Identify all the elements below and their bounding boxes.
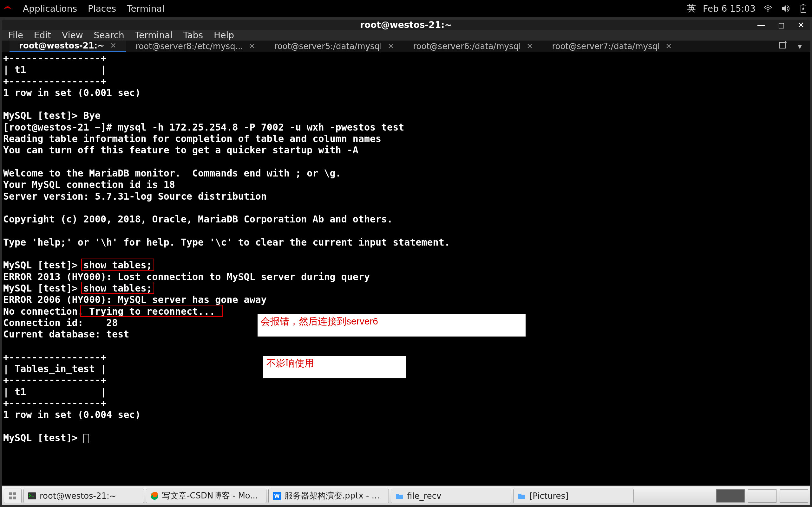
close-icon[interactable]: ✕ <box>388 42 394 51</box>
window-close-button[interactable]: ✕ <box>798 20 804 30</box>
firefox-icon <box>150 492 159 500</box>
terminal-line: Your MySQL connection id is 18 <box>3 179 809 190</box>
svg-point-0 <box>767 10 768 12</box>
terminal-line <box>3 202 809 214</box>
terminal-line: Type 'help;' or '\h' for help. Type '\c'… <box>3 237 809 248</box>
terminal-line <box>3 248 809 260</box>
terminal-line <box>3 99 809 110</box>
tab-server7[interactable]: root@server7:/data/mysql ✕ <box>542 41 681 52</box>
task-label: 写文章-CSDN博客 - Mo... <box>162 490 258 501</box>
terminal-line: | t1 | <box>3 386 809 398</box>
window-maximize-button[interactable]: ◻ <box>778 20 785 30</box>
terminal-line: 1 row in set (0.004 sec) <box>3 409 809 420</box>
task-filerecv[interactable]: file_recv <box>391 489 511 503</box>
terminal-line <box>3 340 809 351</box>
tab-westos21[interactable]: root@westos-21:~ ✕ <box>9 41 126 52</box>
task-wps[interactable]: W 服务器架构演变.pptx - ... <box>268 489 389 503</box>
close-icon[interactable]: ✕ <box>526 42 533 51</box>
window-title: root@westos-21:~ <box>360 20 452 30</box>
svg-rect-3 <box>779 43 786 48</box>
input-method-indicator[interactable]: 英 <box>687 3 696 14</box>
menu-search[interactable]: Search <box>94 30 124 41</box>
tab-server8[interactable]: root@server8:/etc/mysq... ✕ <box>126 41 264 52</box>
volume-icon[interactable] <box>780 5 791 12</box>
terminal-line: [root@westos-21 ~]# mysql -h 172.25.254.… <box>3 122 809 133</box>
terminal-line: Welcome to the MariaDB monitor. Commands… <box>3 168 809 179</box>
folder-icon <box>517 492 526 500</box>
task-label: file_recv <box>407 491 441 501</box>
terminal-line: | t1 | <box>3 64 809 75</box>
new-tab-button[interactable] <box>779 41 788 52</box>
tab-server5[interactable]: root@server5:/data/mysql ✕ <box>265 41 404 52</box>
tab-bar: root@westos-21:~ ✕ root@server8:/etc/mys… <box>2 41 810 52</box>
window-minimize-button[interactable]: — <box>757 20 765 30</box>
task-label: root@westos-21:~ <box>40 491 116 501</box>
menu-help[interactable]: Help <box>214 30 234 41</box>
task-label: 服务器架构演变.pptx - ... <box>285 490 380 501</box>
terminal-line: ERROR 2013 (HY000): Lost connection to M… <box>3 271 809 283</box>
tab-server6[interactable]: root@server6:/data/mysql ✕ <box>403 41 542 52</box>
terminal-line: Server version: 5.7.31-log Source distri… <box>3 191 809 202</box>
menu-view[interactable]: View <box>62 30 83 41</box>
workspace-2[interactable] <box>748 489 776 503</box>
redhat-logo-icon <box>3 4 12 13</box>
close-icon[interactable]: ✕ <box>110 41 116 50</box>
menu-edit[interactable]: Edit <box>34 30 51 41</box>
workspace-3[interactable] <box>780 489 808 503</box>
terminal-line <box>3 225 809 236</box>
annotation-1: 会报错，然后连接到server6 <box>258 314 525 337</box>
terminal-line: MySQL [test]> <box>3 432 809 444</box>
task-terminal[interactable]: root@westos-21:~ <box>23 489 144 503</box>
tab-label: root@server5:/data/mysql <box>274 42 382 51</box>
bottom-taskbar: root@westos-21:~ 写文章-CSDN博客 - Mo... W 服务… <box>2 486 810 505</box>
window-titlebar[interactable]: root@westos-21:~ — ◻ ✕ <box>2 20 810 30</box>
highlight-box-2 <box>81 282 154 294</box>
task-label: [Pictures] <box>529 491 568 501</box>
gnome-top-bar: Applications Places Terminal 英 Feb 6 15:… <box>0 0 812 17</box>
svg-text:W: W <box>274 493 280 499</box>
terminal-output[interactable]: +----------------+| t1 |+---------------… <box>2 52 810 485</box>
svg-rect-4 <box>9 493 12 495</box>
highlight-box-1 <box>81 259 154 271</box>
close-icon[interactable]: ✕ <box>665 42 672 51</box>
svg-rect-7 <box>13 497 16 499</box>
show-desktop-button[interactable] <box>4 489 21 503</box>
task-pictures[interactable]: [Pictures] <box>513 489 634 503</box>
terminal-line: 1 row in set (0.001 sec) <box>3 87 809 99</box>
menu-file[interactable]: File <box>8 30 23 41</box>
terminal-icon <box>28 492 37 500</box>
terminal-window: root@westos-21:~ — ◻ ✕ File Edit View Se… <box>2 20 810 485</box>
terminal-line: +----------------+ <box>3 352 809 363</box>
terminal-line: Reading table information for completion… <box>3 133 809 145</box>
svg-rect-2 <box>803 4 804 5</box>
clock[interactable]: Feb 6 15:03 <box>703 3 756 14</box>
wps-icon: W <box>272 492 281 500</box>
terminal-line: ERROR 2006 (HY000): MySQL server has gon… <box>3 294 809 305</box>
menu-terminal[interactable]: Terminal <box>135 30 172 41</box>
workspace-1[interactable] <box>716 489 745 503</box>
terminal-line: You can turn off this feature to get a q… <box>3 145 809 156</box>
close-icon[interactable]: ✕ <box>249 42 255 51</box>
menu-terminal-app[interactable]: Terminal <box>127 3 164 14</box>
terminal-line: +----------------+ <box>3 398 809 409</box>
tab-label: root@westos-21:~ <box>19 41 104 50</box>
task-firefox[interactable]: 写文章-CSDN博客 - Mo... <box>146 489 266 503</box>
terminal-cursor <box>84 434 89 443</box>
wifi-icon[interactable] <box>763 5 773 12</box>
svg-rect-5 <box>13 493 16 495</box>
folder-icon <box>395 492 404 500</box>
menu-applications[interactable]: Applications <box>23 3 77 14</box>
highlight-box-3 <box>80 305 223 317</box>
terminal-line: +----------------+ <box>3 76 809 87</box>
terminal-line: | Tables_in_test | <box>3 363 809 375</box>
menubar: File Edit View Search Terminal Tabs Help <box>2 30 810 41</box>
terminal-line <box>3 421 809 432</box>
menu-places[interactable]: Places <box>88 3 116 14</box>
tab-menu-button[interactable]: ▾ <box>798 42 802 51</box>
terminal-line: Copyright (c) 2000, 2018, Oracle, MariaD… <box>3 214 809 225</box>
menu-tabs[interactable]: Tabs <box>183 30 203 41</box>
terminal-line: MySQL [test]> Bye <box>3 110 809 121</box>
battery-icon[interactable] <box>798 4 809 13</box>
svg-rect-8 <box>28 493 36 499</box>
tab-label: root@server8:/etc/mysq... <box>136 42 243 51</box>
